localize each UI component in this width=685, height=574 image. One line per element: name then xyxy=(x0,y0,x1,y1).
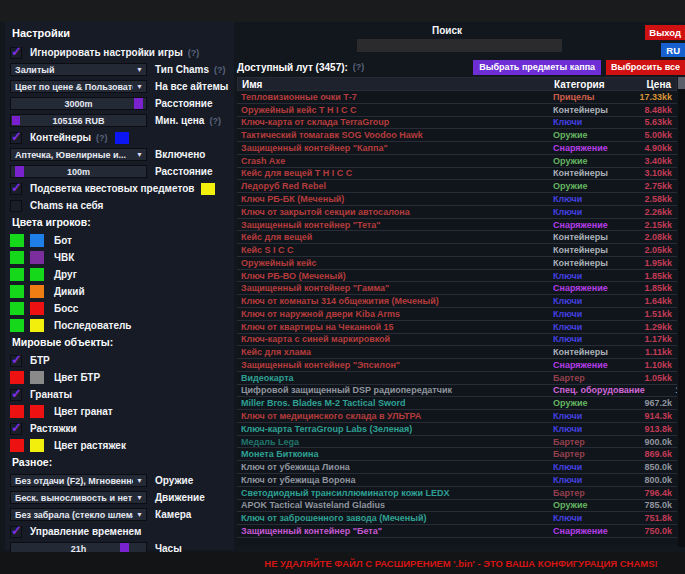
slider-thumb[interactable] xyxy=(134,98,143,109)
table-row[interactable]: Ключ от комнаты 314 общежития (Меченый)К… xyxy=(237,295,677,308)
table-row[interactable]: Ледоруб Red RebelОружие2.75kk xyxy=(237,180,677,193)
dropdown[interactable]: Залитый▼ xyxy=(10,63,147,76)
help-icon[interactable]: (?) xyxy=(188,48,200,58)
table-row[interactable]: Монета БиткоинаБартер869.6k xyxy=(237,448,677,461)
table-row[interactable]: Ключ от медицинского склада в УЛЬТРАКлюч… xyxy=(237,410,677,423)
dropdown[interactable]: Цвет по цене & Пользователь▼ xyxy=(10,80,147,93)
table-row[interactable]: Оружейный кейс T H I C CКонтейнеры8.48kk xyxy=(237,104,677,117)
table-row[interactable]: Ключ от наружной двери Kiba ArmsКлючи1.5… xyxy=(237,308,677,321)
color-swatch[interactable] xyxy=(10,302,24,315)
color-swatch[interactable] xyxy=(115,132,129,144)
table-row[interactable]: Ключ от закрытой секции автосалонаКлючи2… xyxy=(237,206,677,219)
loot-scrollbar-track[interactable] xyxy=(678,77,685,547)
table-row[interactable]: Ключ от убежища ВоронаКлючи800.0k xyxy=(237,474,677,487)
item-price: 2.15kk xyxy=(614,220,677,230)
color-swatch[interactable] xyxy=(10,371,24,384)
search-input[interactable] xyxy=(357,39,562,52)
help-icon[interactable]: (?) xyxy=(96,133,108,143)
table-row[interactable]: Тепловизионные очки Т-7Прицелы17.33kk xyxy=(237,91,677,104)
checkbox-checked[interactable] xyxy=(10,355,22,367)
table-row[interactable]: Защищенный контейнер "Каппа"Снаряжение4.… xyxy=(237,142,677,155)
table-row[interactable]: Ключ-карта TerraGroup Labs (Зеленая)Ключ… xyxy=(237,423,677,436)
color-swatch[interactable] xyxy=(30,268,44,281)
color-swatch[interactable] xyxy=(201,183,215,195)
checkbox-checked[interactable] xyxy=(10,389,22,401)
color-swatch[interactable] xyxy=(10,285,24,298)
table-row[interactable]: Ключ РБ-БК (Меченый)Ключи2.58kk xyxy=(237,193,677,206)
table-row[interactable]: Защищенный контейнер "Бета"Снаряжение750… xyxy=(237,525,677,538)
item-price: 5.00kk xyxy=(614,130,677,140)
table-row[interactable]: Ключ от убежища ЛионаКлючи850.0k xyxy=(237,461,677,474)
table-row[interactable]: Цифровой защищенный DSP радиопередатчикС… xyxy=(237,385,677,398)
color-swatch[interactable] xyxy=(10,234,24,247)
table-row[interactable]: Защищенный контейнер "Эпсилон"Снаряжение… xyxy=(237,359,677,372)
table-row[interactable]: Ключ-карта с синей маркировкойКлючи1.17k… xyxy=(237,334,677,347)
checkbox-checked[interactable] xyxy=(10,423,22,435)
table-row[interactable]: Кейс для вещей T H I C CКонтейнеры3.10kk xyxy=(237,168,677,181)
help-icon[interactable]: (?) xyxy=(214,65,226,75)
column-header-name[interactable]: Имя xyxy=(238,79,554,90)
settings-row: Цвет по цене & Пользователь▼На все айтем… xyxy=(10,80,229,93)
table-row[interactable]: Кейс S I C CКонтейнеры2.05kk xyxy=(237,244,677,257)
help-icon[interactable]: (?) xyxy=(209,116,221,126)
color-swatch[interactable] xyxy=(30,285,44,298)
item-name: Ключ от заброшенного завода (Меченый) xyxy=(237,513,553,523)
color-swatch[interactable] xyxy=(30,439,44,452)
color-swatch[interactable] xyxy=(30,371,44,384)
slider-thumb[interactable] xyxy=(15,166,24,177)
exit-button[interactable]: Выход xyxy=(645,25,685,40)
checkbox-checked[interactable] xyxy=(10,526,22,538)
loot-help-icon[interactable]: (?) xyxy=(353,62,365,72)
table-row[interactable]: Медаль LegaБартер900.0k xyxy=(237,436,677,449)
slider[interactable]: 100m xyxy=(10,165,147,178)
column-header-category[interactable]: Категория xyxy=(554,79,613,90)
checkbox-checked[interactable] xyxy=(10,183,22,195)
table-row[interactable]: Ключ от заброшенного завода (Меченый)Клю… xyxy=(237,512,677,525)
dropdown[interactable]: Аптечка, Ювелирные и...▼ xyxy=(10,148,147,161)
table-row[interactable]: APOK Tactical Wasteland GladiusОружие785… xyxy=(237,500,677,513)
table-row[interactable] xyxy=(237,538,677,545)
checkbox-checked[interactable] xyxy=(10,132,22,144)
table-row[interactable]: Ключ-карта от склада TerraGroupКлючи5.63… xyxy=(237,117,677,130)
color-swatch[interactable] xyxy=(30,319,44,332)
table-row[interactable]: Кейс для хламаКонтейнеры1.11kk xyxy=(237,346,677,359)
table-row[interactable]: Оружейный кейсКонтейнеры1.95kk xyxy=(237,257,677,270)
table-row[interactable]: Тактический томагавк SOG Voodoo HawkОруж… xyxy=(237,129,677,142)
item-price: 796.4k xyxy=(614,488,677,498)
color-swatch[interactable] xyxy=(10,251,24,264)
dropdown[interactable]: Без забрала (стекло шлема)▼ xyxy=(10,508,147,521)
color-swatch[interactable] xyxy=(10,319,24,332)
item-price: 8.48kk xyxy=(614,105,677,115)
table-row[interactable]: Ключ РБ-ВО (Меченый)Ключи1.85kk xyxy=(237,270,677,283)
color-swatch[interactable] xyxy=(12,116,20,125)
slider[interactable]: 3000m xyxy=(10,97,147,110)
table-row[interactable]: Защищенный контейнер "Гамма"Снаряжение1.… xyxy=(237,282,677,295)
table-row[interactable]: Светодиодный трансиллюминатор кожи LEDXБ… xyxy=(237,487,677,500)
table-row[interactable]: Защищенный контейнер "Тета"Снаряжение2.1… xyxy=(237,219,677,232)
item-name: Кейс для вещей T H I C C xyxy=(237,168,553,178)
loot-scrollbar-thumb[interactable] xyxy=(678,77,685,89)
item-name: Ключ от убежища Лиона xyxy=(237,462,553,472)
language-button[interactable]: RU xyxy=(661,43,685,57)
table-row[interactable]: Crash AxeОружие3.40kk xyxy=(237,155,677,168)
dropdown[interactable]: Беск. выносливость и нет уста▼ xyxy=(10,491,147,504)
color-swatch[interactable] xyxy=(30,405,44,418)
checkbox-unchecked[interactable] xyxy=(10,200,22,212)
table-row[interactable]: Miller Bros. Blades M-2 Tactical SwordОр… xyxy=(237,397,677,410)
select-kappa-items-button[interactable]: Выбрать предметы каппа xyxy=(473,60,601,75)
drop-all-button[interactable]: Выбросить все xyxy=(606,60,685,75)
color-swatch[interactable] xyxy=(30,302,44,315)
color-swatch[interactable] xyxy=(10,405,24,418)
color-swatch[interactable] xyxy=(10,439,24,452)
color-swatch[interactable] xyxy=(30,251,44,264)
color-swatch[interactable] xyxy=(30,234,44,247)
dropdown[interactable]: Без отдачи (F2), Мгновенное п▼ xyxy=(10,474,147,487)
column-header-price[interactable]: Цена xyxy=(613,79,676,90)
table-row[interactable]: Ключ от квартиры на Чеканной 15Ключи1.29… xyxy=(237,321,677,334)
table-row[interactable]: Кейс для вещейКонтейнеры2.08kk xyxy=(237,231,677,244)
value-input[interactable]: 105156 RUB xyxy=(10,114,147,127)
item-price: 785.0k xyxy=(614,500,677,510)
checkbox-checked[interactable] xyxy=(10,47,22,59)
color-swatch[interactable] xyxy=(10,268,24,281)
table-row[interactable]: ВидеокартаБартер1.05kk xyxy=(237,372,677,385)
